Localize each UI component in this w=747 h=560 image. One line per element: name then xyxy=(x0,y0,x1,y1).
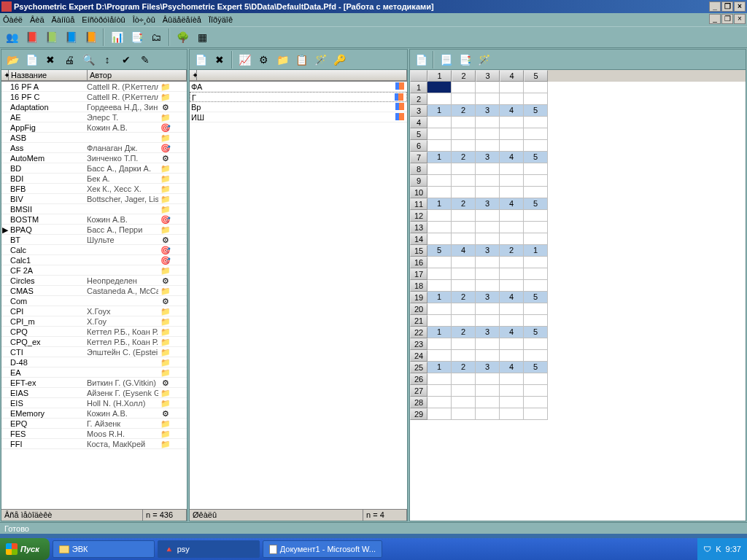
row-header[interactable]: 2 xyxy=(410,93,427,105)
grid-cell[interactable] xyxy=(524,338,548,350)
list-item[interactable]: EISHoll N. (Н.Холл)📁 xyxy=(1,398,187,408)
grid-cell[interactable] xyxy=(524,350,548,362)
row-header[interactable]: 8 xyxy=(410,163,427,175)
tool-files-icon[interactable]: 📑 xyxy=(128,28,145,46)
menu-item[interactable]: Âèä xyxy=(30,15,44,24)
grid-cell[interactable] xyxy=(452,373,476,385)
tray-icon[interactable]: K xyxy=(716,545,721,553)
grid-cell[interactable] xyxy=(427,373,452,385)
row-header[interactable]: 14 xyxy=(410,233,427,245)
grid-cell[interactable] xyxy=(524,117,548,128)
row-header[interactable]: 29 xyxy=(410,408,427,420)
grid-cell[interactable] xyxy=(452,303,476,315)
grid-cell[interactable] xyxy=(500,140,524,152)
row-header[interactable]: 12 xyxy=(410,210,427,222)
grid-row[interactable]: 1112345 xyxy=(410,198,746,210)
minimize-button[interactable]: _ xyxy=(709,1,721,12)
grid-cell[interactable] xyxy=(452,408,476,420)
grid-cell[interactable] xyxy=(452,128,476,140)
grid-cell[interactable] xyxy=(524,82,548,93)
grid-cell[interactable] xyxy=(476,128,500,140)
grid-row[interactable]: 6 xyxy=(410,140,746,152)
grid-cell[interactable] xyxy=(524,187,548,198)
grid-cell[interactable]: 4 xyxy=(500,292,524,303)
methods-list[interactable]: 16 PF ACattell R. (Р.Кеттелл📁16 PF CCatt… xyxy=(1,82,187,509)
grid-cell[interactable]: 4 xyxy=(500,198,524,210)
row-header[interactable]: 21 xyxy=(410,315,427,327)
grid-row[interactable]: 8 xyxy=(410,163,746,175)
row-header[interactable]: 24 xyxy=(410,350,427,362)
list-item[interactable]: CPI_mХ.Гоу📁 xyxy=(1,316,187,327)
grid-cell[interactable] xyxy=(500,373,524,385)
row-header[interactable]: 13 xyxy=(410,222,427,233)
menu-item[interactable]: Еíñòðóìåíòû xyxy=(82,15,125,24)
grid-cell[interactable]: 5 xyxy=(524,327,548,338)
taskbar-item[interactable]: Документ1 - Microsoft W... xyxy=(263,540,382,558)
row-header[interactable]: 9 xyxy=(410,175,427,187)
grid-cell[interactable] xyxy=(452,257,476,268)
grid-cell[interactable] xyxy=(476,268,500,280)
grid-cell[interactable] xyxy=(524,373,548,385)
row-header[interactable]: 16 xyxy=(410,257,427,268)
grid-cell[interactable]: 1 xyxy=(427,362,452,373)
list-item[interactable]: Calc1🎯 xyxy=(1,255,187,265)
grid-cell[interactable] xyxy=(476,408,500,420)
grid-cell[interactable] xyxy=(500,350,524,362)
tool-tree-icon[interactable]: 🌳 xyxy=(174,28,191,46)
folder-icon[interactable]: 📁 xyxy=(274,51,291,69)
grid-row[interactable]: 12 xyxy=(410,210,746,222)
grid-row[interactable]: 26 xyxy=(410,373,746,385)
grid-row[interactable]: 23 xyxy=(410,338,746,350)
list-item[interactable]: AssФланаган Дж.🎯 xyxy=(1,143,187,153)
marker-col[interactable]: ✦ xyxy=(190,70,197,81)
grid-cell[interactable] xyxy=(427,280,452,292)
tool-table-icon[interactable]: ▦ xyxy=(193,28,211,46)
row-header[interactable]: 20 xyxy=(410,303,427,315)
grid-cell[interactable]: 1 xyxy=(427,198,452,210)
grid-row[interactable]: 16 xyxy=(410,257,746,268)
close-button[interactable]: × xyxy=(734,1,746,12)
grid-body[interactable]: 1231234545671234589101112345121314155432… xyxy=(410,82,746,521)
grid-cell[interactable] xyxy=(524,140,548,152)
list-item[interactable]: CF 2A📁 xyxy=(1,265,187,276)
grid-cell[interactable] xyxy=(452,93,476,105)
grid-cell[interactable] xyxy=(452,280,476,292)
row-header[interactable]: 6 xyxy=(410,140,427,152)
row-header[interactable]: 5 xyxy=(410,128,427,140)
grid-row[interactable]: 17 xyxy=(410,268,746,280)
grid-cell[interactable]: 4 xyxy=(500,152,524,163)
grid-cell[interactable] xyxy=(476,350,500,362)
grid-cell[interactable]: 3 xyxy=(476,327,500,338)
tool-people-icon[interactable]: 👥 xyxy=(3,28,20,46)
tool-card-icon[interactable]: 🗂 xyxy=(147,28,165,46)
col-header[interactable]: 5 xyxy=(524,70,548,82)
grid-cell[interactable] xyxy=(476,117,500,128)
grid-cell[interactable] xyxy=(452,315,476,327)
grid-cell[interactable] xyxy=(500,163,524,175)
col-header[interactable]: 3 xyxy=(476,70,500,82)
print-icon[interactable]: 🖨 xyxy=(61,51,78,69)
grid-cell[interactable] xyxy=(427,315,452,327)
grid-cell[interactable] xyxy=(476,385,500,397)
row-header[interactable]: 28 xyxy=(410,397,427,408)
col-header[interactable]: 4 xyxy=(500,70,524,82)
grid-row[interactable]: 27 xyxy=(410,385,746,397)
grid-cell[interactable]: 5 xyxy=(524,105,548,117)
list-item[interactable]: AEЭлерс Т.📁 xyxy=(1,112,187,122)
list-item[interactable]: CPQКеттел Р.Б., Коан Р.📁 xyxy=(1,327,187,337)
grid-cell[interactable] xyxy=(427,117,452,128)
list-item[interactable]: FFIКоста, МакКрей📁 xyxy=(1,439,187,449)
chart-icon[interactable]: 📈 xyxy=(236,51,253,69)
row-header[interactable]: 3 xyxy=(410,105,427,117)
grid-cell[interactable]: 5 xyxy=(524,198,548,210)
grid-cell[interactable] xyxy=(452,338,476,350)
list-item[interactable]: FESMoos R.H.📁 xyxy=(1,429,187,439)
grid-cell[interactable] xyxy=(500,397,524,408)
grid-cell[interactable] xyxy=(476,222,500,233)
new-icon[interactable]: 📄 xyxy=(412,51,430,69)
menu-item[interactable]: Ïîðÿäîê xyxy=(209,15,233,24)
grid-cell[interactable] xyxy=(427,210,452,222)
scales-list[interactable]: ФАГВрИШ xyxy=(190,82,407,509)
grid-cell[interactable] xyxy=(500,385,524,397)
tool-book3-icon[interactable]: 📘 xyxy=(62,28,80,46)
